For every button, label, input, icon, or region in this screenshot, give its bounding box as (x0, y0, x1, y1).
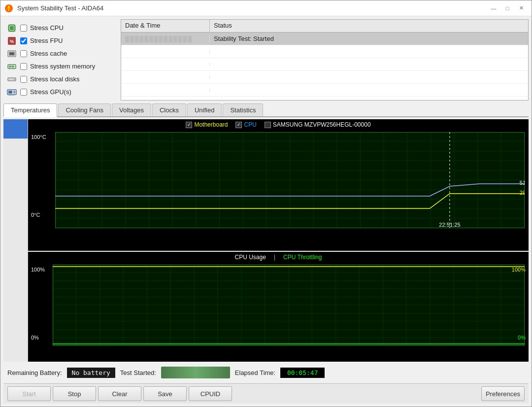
stress-cache-checkbox[interactable] (20, 50, 27, 57)
charts-wrapper: ✓ Motherboard ✓ CPU SAMSUNG MZVPW256HEGL… (3, 119, 529, 362)
stress-memory-label[interactable]: Stress system memory (30, 63, 95, 70)
svg-rect-37 (13, 95, 14, 96)
test-started-label: Test Started: (120, 369, 156, 376)
memory-stress-icon (6, 61, 17, 72)
svg-text:%: % (10, 39, 14, 44)
tab-clocks[interactable]: Clocks (152, 103, 186, 116)
save-button[interactable]: Save (143, 386, 187, 401)
cache-stress-icon (6, 48, 17, 59)
svg-rect-36 (12, 95, 12, 96)
tab-cooling-fans[interactable]: Cooling Fans (58, 103, 111, 116)
svg-text:22:51:25: 22:51:25 (439, 222, 460, 228)
tab-temperatures[interactable]: Temperatures (3, 103, 57, 117)
stress-fpu-checkbox[interactable] (20, 37, 27, 44)
svg-text:29: 29 (520, 190, 525, 196)
battery-value: No battery (67, 368, 115, 378)
stress-cpu-label[interactable]: Stress CPU (30, 24, 64, 32)
log-table: Date & Time Status ██████████████ Stabil… (121, 19, 529, 101)
test-started-bar (161, 367, 230, 378)
close-button[interactable]: ✕ (515, 3, 528, 14)
svg-rect-23 (12, 66, 13, 68)
tab-unified[interactable]: Unified (187, 103, 222, 116)
status-bar: Remaining Battery: No battery Test Start… (3, 364, 529, 381)
svg-rect-21 (9, 66, 10, 68)
stress-options-panel: Stress CPU % Stress FPU Stress cach (3, 19, 117, 101)
log-header-status: Status (210, 20, 528, 32)
stress-cache-option: Stress cache (6, 48, 114, 59)
temp-chart-body: 100°C 0°C (28, 130, 529, 232)
stress-gpu-label[interactable]: Stress GPU(s) (30, 88, 71, 96)
button-bar: Start Stop Clear Save CPUID Preferences (3, 383, 529, 404)
maximize-button[interactable]: □ (501, 3, 514, 14)
svg-point-30 (14, 79, 15, 80)
window-controls: — □ ✕ (487, 3, 528, 14)
temp-chart-legend: ✓ Motherboard ✓ CPU SAMSUNG MZVPW256HEGL… (28, 119, 529, 130)
legend-motherboard: ✓ Motherboard (186, 121, 228, 128)
cpu-y-max-left: 100% (31, 267, 45, 272)
stop-button[interactable]: Stop (53, 386, 96, 401)
log-row-empty-3 (121, 71, 528, 84)
svg-rect-24 (13, 66, 14, 68)
legend-motherboard-label: Motherboard (194, 121, 228, 128)
legend-motherboard-checkbox: ✓ (186, 122, 192, 128)
fpu-stress-icon: % (6, 35, 17, 46)
stress-cpu-checkbox[interactable] (20, 25, 27, 32)
svg-rect-19 (10, 53, 14, 55)
log-cell-datetime: ██████████████ (121, 34, 210, 43)
disks-stress-icon (6, 74, 17, 85)
cpu-chart-separator: | (274, 254, 275, 261)
stress-memory-checkbox[interactable] (20, 63, 27, 70)
legend-samsung-label: SAMSUNG MZVPW256HEGL-00000 (273, 121, 371, 128)
cpu-y-max-right: 100% (512, 267, 526, 272)
elapsed-label: Elapsed Time: (235, 369, 275, 376)
main-content: Stress CPU % Stress FPU Stress cach (0, 16, 532, 407)
stress-disks-checkbox[interactable] (20, 76, 27, 83)
left-sidebar (3, 119, 28, 362)
stress-cache-label[interactable]: Stress cache (30, 50, 67, 57)
svg-rect-25 (9, 68, 10, 69)
minimize-button[interactable]: — (487, 3, 500, 14)
svg-rect-32 (8, 91, 12, 94)
title-bar: System Stability Test - AIDA64 — □ ✕ (0, 0, 532, 16)
temp-y-max: 100°C (31, 134, 46, 140)
svg-rect-35 (10, 95, 11, 96)
log-row-empty-1 (121, 45, 528, 58)
top-section: Stress CPU % Stress FPU Stress cach (3, 19, 529, 101)
cpu-y-min-left: 0% (31, 335, 39, 340)
preferences-button[interactable]: Preferences (481, 386, 525, 401)
log-row-empty-4 (121, 84, 528, 97)
cpuid-button[interactable]: CPUID (189, 386, 232, 401)
tab-statistics[interactable]: Statistics (223, 103, 263, 116)
stress-cpu-option: Stress CPU (6, 22, 114, 34)
legend-cpu: ✓ CPU (235, 121, 256, 128)
stress-gpu-checkbox[interactable] (20, 89, 27, 96)
cpu-chart-body: 100% 0% 100% 0% (28, 263, 529, 349)
battery-label: Remaining Battery: (7, 369, 62, 376)
tab-voltages[interactable]: Voltages (112, 103, 151, 116)
stress-disks-option: Stress local disks (6, 73, 114, 85)
log-row: ██████████████ Stability Test: Started (121, 33, 528, 45)
legend-cpu-label: CPU (244, 121, 256, 128)
cpu-chart-svg (53, 265, 525, 346)
gpu-stress-icon (6, 87, 17, 98)
cpu-y-min-right: 0% (518, 335, 526, 340)
stress-fpu-label[interactable]: Stress FPU (30, 37, 63, 44)
svg-rect-22 (10, 66, 11, 68)
stress-disks-label[interactable]: Stress local disks (30, 75, 79, 83)
start-button[interactable]: Start (7, 386, 51, 401)
cpu-chart-legend: CPU Usage | CPU Throttling (28, 252, 529, 263)
stress-memory-option: Stress system memory (6, 61, 114, 72)
log-table-header: Date & Time Status (121, 20, 528, 33)
window-title: System Stability Test - AIDA64 (17, 4, 487, 12)
legend-samsung: SAMSUNG MZVPW256HEGL-00000 (265, 121, 371, 128)
test-started-fill (161, 367, 230, 378)
log-cell-status: Stability Test: Started (210, 34, 528, 44)
stress-gpu-option: Stress GPU(s) (6, 86, 114, 98)
temp-chart-svg: 22:51:25 51 29 (55, 132, 525, 228)
elapsed-value: 00:05:47 (280, 368, 325, 378)
tab-bar: Temperatures Cooling Fans Voltages Clock… (3, 103, 529, 117)
svg-rect-34 (9, 95, 9, 96)
temp-y-min: 0°C (31, 212, 40, 218)
legend-cpu-checkbox: ✓ (235, 122, 242, 128)
clear-button[interactable]: Clear (98, 386, 141, 401)
